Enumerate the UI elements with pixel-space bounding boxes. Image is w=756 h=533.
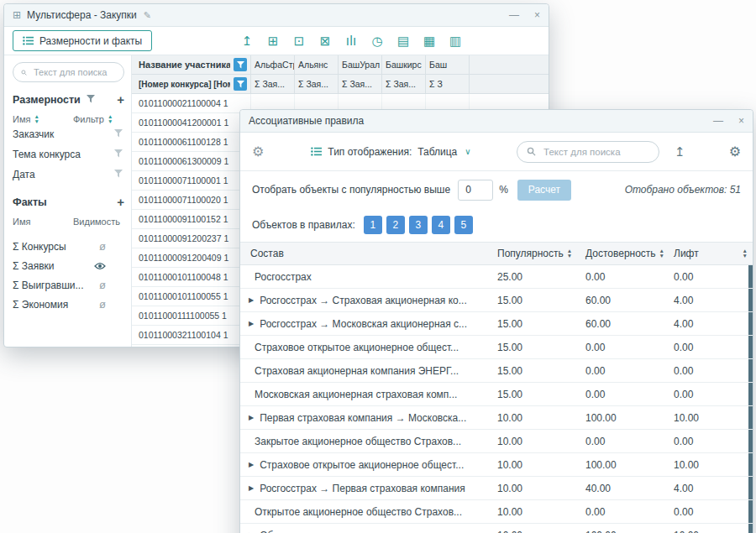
visibility-on-icon[interactable]: [94, 262, 106, 270]
visibility-off-icon[interactable]: ø: [99, 280, 106, 290]
rule-row[interactable]: Московская акционерная страховая комп...…: [240, 383, 753, 406]
rule-confidence: 100.00: [579, 524, 667, 533]
settings-gear-icon[interactable]: ⚙: [729, 144, 741, 159]
fact-item[interactable]: Σ Конкурсы ø: [13, 237, 124, 256]
scrollbar-thumb-segment[interactable]: [748, 383, 753, 405]
expand-icon[interactable]: ▶: [249, 296, 254, 304]
scrollbar-thumb-segment[interactable]: [748, 453, 753, 476]
close-button[interactable]: ×: [534, 10, 540, 20]
export-icon[interactable]: ↥: [239, 34, 255, 49]
export-icon[interactable]: ↥: [675, 144, 685, 159]
rule-composition: Московская акционерная страховая комп...: [255, 389, 457, 400]
rule-size-button-5[interactable]: 5: [454, 216, 473, 234]
add-dimension-button[interactable]: +: [117, 92, 124, 107]
fact-item[interactable]: Σ Выигравши... ø: [13, 275, 124, 295]
filter-icon[interactable]: [114, 169, 123, 180]
lift-column-header[interactable]: Лифт: [667, 243, 753, 264]
rule-size-button-1[interactable]: 1: [364, 216, 382, 234]
rule-size-button-2[interactable]: 2: [386, 216, 405, 234]
scrollbar-thumb-segment[interactable]: [748, 336, 753, 358]
minimize-button[interactable]: —: [713, 116, 723, 126]
popularity-column-header[interactable]: Популярность: [491, 243, 579, 264]
participant-column[interactable]: АльфаСтр: [251, 55, 295, 74]
composition-column-header[interactable]: Состав: [240, 243, 491, 264]
rule-row[interactable]: ▶Росгосстрах → Страховая акционерная ко.…: [240, 289, 753, 312]
participant-column[interactable]: БашУрал: [339, 55, 382, 74]
visibility-off-icon[interactable]: ø: [99, 299, 106, 310]
main-titlebar[interactable]: ⊞ Мультисфера - Закупки ✎ — ×: [4, 4, 549, 27]
dimension-item[interactable]: Тема конкурса: [13, 144, 124, 165]
rule-row[interactable]: ▶Об... 10.00 100.00 10.00: [240, 524, 753, 533]
measure-header[interactable]: Σ Зая...: [339, 75, 382, 93]
add-fact-button[interactable]: +: [117, 195, 124, 209]
visibility-off-icon[interactable]: ø: [99, 241, 106, 252]
abacus-icon[interactable]: ▥: [448, 34, 463, 49]
expand-icon[interactable]: ▶: [249, 414, 254, 421]
gauge-icon[interactable]: ◷: [370, 34, 385, 49]
display-type-dropdown[interactable]: Тип отображения: Таблица ∨: [311, 146, 470, 158]
filter-icon[interactable]: [114, 149, 123, 160]
measure-header[interactable]: Σ Зая...: [251, 75, 295, 93]
window-icon[interactable]: ⊡: [291, 34, 307, 49]
expand-icon[interactable]: ▶: [249, 484, 254, 492]
measure-header[interactable]: Σ Зая...: [382, 75, 426, 93]
sidebar-search[interactable]: [13, 62, 124, 82]
scrollbar-thumb-segment[interactable]: [748, 406, 753, 429]
scrollbar-thumb-segment[interactable]: [748, 430, 753, 452]
rule-size-button-3[interactable]: 3: [409, 216, 428, 234]
rule-row[interactable]: Закрытое акционерное общество Страхов...…: [240, 430, 753, 453]
rename-icon[interactable]: ✎: [144, 10, 151, 21]
expand-icon[interactable]: ▶: [249, 320, 254, 327]
scrollbar-thumb-segment[interactable]: [748, 312, 753, 335]
calculate-button[interactable]: Расчет: [517, 180, 571, 201]
rule-row[interactable]: Открытое акционерное общество Страхов...…: [240, 500, 753, 524]
scrollbar-thumb-segment[interactable]: [748, 500, 753, 523]
selection-icon[interactable]: ⊠: [318, 34, 333, 49]
close-button[interactable]: ×: [738, 116, 744, 126]
confidence-column-header[interactable]: Достоверность: [579, 243, 667, 264]
scrollbar-thumb-segment[interactable]: [748, 477, 753, 499]
rule-row[interactable]: Росгосстрах 25.00 0.00 0.00: [240, 265, 753, 289]
dimensions-facts-button[interactable]: Размерности и факты: [13, 30, 152, 51]
dim-name-sort[interactable]: Имя: [13, 114, 73, 124]
popularity-input[interactable]: [458, 180, 493, 201]
modal-titlebar[interactable]: Ассоциативные правила — ×: [240, 110, 753, 133]
fact-item[interactable]: Σ Заявки: [13, 256, 124, 275]
rules-search[interactable]: [517, 141, 659, 163]
fact-item[interactable]: Σ Экономия ø: [13, 295, 124, 314]
scrollbar-thumb-segment[interactable]: [748, 265, 753, 288]
rule-row[interactable]: Страховое открытое акционерное общест...…: [240, 336, 753, 359]
rule-row[interactable]: ▶Росгосстрах → Московская акционерная с.…: [240, 312, 753, 336]
key-filter-button[interactable]: [234, 77, 247, 91]
rules-search-input[interactable]: [542, 146, 643, 158]
filter-icon[interactable]: [87, 94, 95, 106]
rule-row[interactable]: ▶Первая страховая компания → Московска..…: [240, 406, 753, 430]
participant-column[interactable]: Альянс: [295, 55, 339, 74]
participant-column[interactable]: Баш: [426, 55, 470, 74]
pivot-icon[interactable]: ⊞: [265, 34, 281, 49]
scrollbar-thumb-segment[interactable]: [748, 289, 753, 311]
rule-row[interactable]: ▶Росгосстрах → Первая страховая компания…: [240, 477, 753, 500]
participant-column[interactable]: Башкирс: [382, 55, 426, 74]
scrollbar-thumb-segment[interactable]: [748, 359, 753, 382]
rule-row[interactable]: ▶Страховое открытое акционерное общест..…: [240, 453, 753, 477]
rule-row[interactable]: Страховая акционерная компания ЭНЕРГ... …: [240, 359, 753, 383]
bar-chart-icon[interactable]: ılı: [344, 34, 359, 49]
filter-icon[interactable]: [114, 128, 123, 140]
expand-icon[interactable]: ▶: [249, 461, 254, 468]
service-gear-icon[interactable]: ⚙: [252, 144, 264, 159]
dimension-item[interactable]: Дата: [13, 165, 124, 185]
participant-header-cell[interactable]: Название участника: [132, 55, 251, 74]
dimension-item[interactable]: Заказчик: [13, 124, 124, 144]
participant-filter-button[interactable]: [234, 58, 247, 71]
scrollbar-thumb-segment[interactable]: [748, 524, 753, 533]
rule-size-button-4[interactable]: 4: [432, 216, 450, 234]
measure-header[interactable]: Σ З: [426, 75, 470, 93]
grid-icon[interactable]: ▦: [422, 34, 437, 49]
sidebar-search-input[interactable]: [32, 66, 116, 78]
minimize-button[interactable]: —: [509, 10, 519, 20]
dim-filter-sort[interactable]: Фильтр: [73, 114, 113, 124]
measure-header[interactable]: Σ Зая...: [295, 75, 339, 93]
key-header-cell[interactable]: [Номер конкурса] [Номер лота]: [132, 75, 251, 93]
report-icon[interactable]: ▤: [396, 34, 411, 49]
